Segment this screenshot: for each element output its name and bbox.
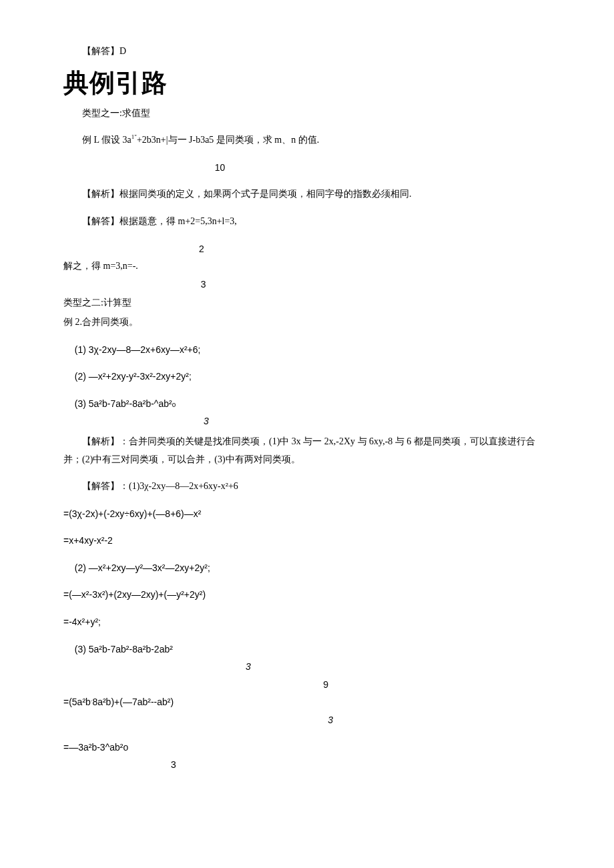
eq5: =(5a²b.8a²b)+(—7ab²--ab²): [63, 693, 551, 711]
item2: (2) —x²+2xy-y²-3x²-2xy+2y²;: [63, 368, 551, 386]
type1-title: 类型之一:求值型: [63, 105, 551, 123]
top-answer: 【解答】D: [63, 43, 551, 61]
item3-frac: 3: [204, 412, 551, 430]
eq1: =(3χ-2x)+(-2xy÷6xy)+(—8+6)—x²: [63, 505, 551, 523]
frac-10: 10: [215, 159, 551, 177]
heading-calligraphy: 典例引路: [63, 70, 551, 95]
type2-answer-label: 【解答】：(1)3χ-2xy—8—2x+6xy-x²+6: [63, 478, 551, 496]
type2-title: 类型之二:计算型: [63, 294, 551, 312]
type1-solve: 解之，得 m=3,n=-.: [63, 258, 551, 276]
part3-frac1: 3: [246, 658, 551, 676]
example1-label: 例 L 假设 3a: [82, 135, 131, 145]
example1-line: 例 L 假设 3a1"+2b3n+|与一 J-b3a5 是同类项，求 m、n 的…: [63, 131, 551, 149]
type1-analysis: 【解析】根据同类项的定义，如果两个式子是同类项，相同字母的指数必须相同.: [63, 185, 551, 203]
item1: (1) 3χ-2xy—8—2x+6xy—x²+6;: [63, 341, 551, 359]
part3-label: (3) 5a²b-7ab²-8a²b-2ab²: [63, 640, 551, 659]
part3-frac2: 9: [323, 676, 551, 694]
part3-frac4: 3: [171, 756, 551, 774]
part2-label: (2) —x²+2xy—y²—3x²—2xy+2y²;: [63, 559, 551, 577]
item3-text: (3) 5a²b-7ab²-8a²b-^ab²: [75, 398, 172, 409]
eq5-b: 8a²b)+(—7ab²--ab²): [92, 697, 174, 707]
eq3: =(—x²-3x²)+(2xy—2xy)+(—y²+2y²): [63, 586, 551, 604]
item3-sub: o: [172, 401, 176, 408]
frac-3: 3: [201, 276, 551, 294]
eq4: =-4x²+y²;: [63, 613, 551, 631]
item3: (3) 5a²b-7ab²-8a²b-^ab²o: [63, 395, 551, 413]
part3-frac3: 3: [328, 711, 551, 729]
eq6: =—3a²b-3^ab²o: [63, 739, 551, 757]
type1-answer: 【解答】根据题意，得 m+2=5,3n+l=3,: [63, 213, 551, 231]
example2-label: 例 2.合并同类项。: [63, 314, 551, 332]
eq5-a: =(5a²b: [63, 697, 91, 707]
example1-mid: +2b3n+|与一 J-b3a5 是同类项，求 m、n 的值.: [137, 135, 319, 145]
type2-analysis: 【解析】：合并同类项的关键是找准同类项，(1)中 3x 与一 2x,-2Xy 与…: [63, 433, 551, 468]
example1-sup1: 1": [131, 134, 137, 141]
eq2: =x+4xy-x²-2: [63, 532, 551, 550]
frac-2: 2: [199, 240, 551, 258]
